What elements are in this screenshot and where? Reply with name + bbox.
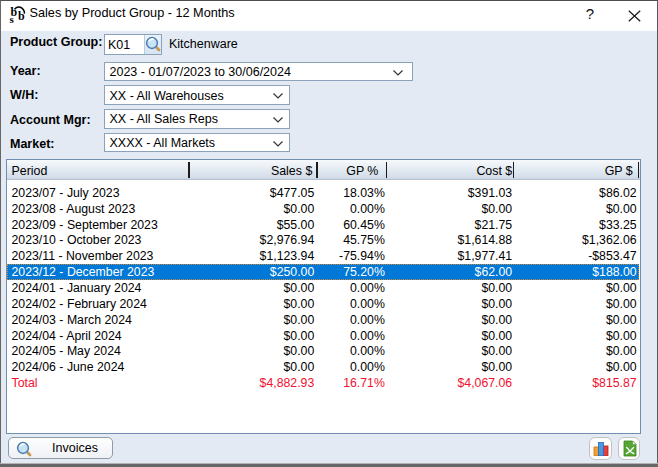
svg-text:s: s (10, 13, 15, 25)
